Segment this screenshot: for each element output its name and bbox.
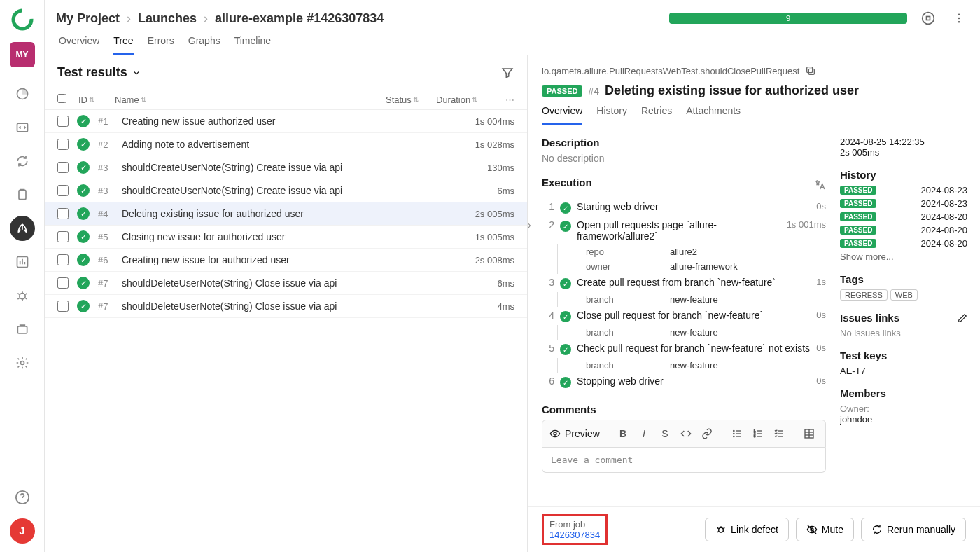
progress-bar[interactable]: 9 [669, 13, 907, 24]
col-name[interactable]: Name⇅ [115, 95, 377, 105]
param-value: allure2 [670, 247, 697, 257]
tag-chip[interactable]: REGRESS [840, 289, 888, 301]
step-row[interactable]: 6 ✓ Stopping web driver 0s [542, 373, 826, 391]
dashboard-icon[interactable] [10, 81, 35, 106]
step-text: Close pull request for branch `new-featu… [577, 310, 811, 321]
test-row[interactable]: ✓ #2 Adding note to advertisement 1s 028… [45, 133, 527, 156]
history-row[interactable]: PASSED2024-08-20 [840, 225, 967, 235]
history-row[interactable]: PASSED2024-08-23 [840, 198, 967, 209]
status-badge: PASSED [840, 226, 876, 235]
col-status[interactable]: Status⇅ [386, 95, 428, 105]
filter-icon[interactable] [500, 66, 514, 80]
tab-tree[interactable]: Tree [113, 35, 133, 55]
row-checkbox[interactable] [57, 139, 69, 150]
clipboard-icon[interactable] [10, 182, 35, 207]
app-logo[interactable] [11, 8, 34, 31]
link-defect-button[interactable]: Link defect [705, 518, 789, 541]
breadcrumb-section[interactable]: Launches [138, 11, 197, 26]
comment-toolbar: Preview B I S 123 [542, 420, 826, 448]
row-checkbox[interactable] [57, 162, 69, 173]
code-icon[interactable] [677, 425, 695, 443]
history-date: 2024-08-20 [921, 225, 968, 235]
link-icon[interactable] [698, 425, 716, 443]
row-checkbox[interactable] [57, 277, 69, 289]
row-checkbox[interactable] [57, 231, 69, 242]
mute-button[interactable]: Mute [796, 518, 854, 541]
code-icon[interactable] [10, 115, 35, 140]
test-row[interactable]: ✓ #3 shouldCreateUserNote(String) Create… [45, 179, 527, 202]
test-row[interactable]: ✓ #3 shouldCreateUserNote(String) Create… [45, 156, 527, 179]
strike-icon[interactable]: S [656, 425, 674, 443]
step-row[interactable]: 1 ✓ Starting web driver 0s [542, 198, 826, 216]
detail-tab-history[interactable]: History [596, 105, 627, 125]
tab-timeline[interactable]: Timeline [234, 35, 271, 55]
step-row[interactable]: 5 ✓ Check pull request for branch `new-f… [542, 340, 826, 358]
breadcrumb-project[interactable]: My Project [56, 11, 120, 26]
row-checkbox[interactable] [57, 208, 69, 219]
checklist-icon[interactable] [770, 425, 788, 443]
row-checkbox[interactable] [57, 254, 69, 265]
user-avatar[interactable]: J [10, 518, 35, 544]
testkey: AE-T7 [840, 366, 967, 376]
row-checkbox[interactable] [57, 185, 69, 196]
ul-icon[interactable] [728, 425, 746, 443]
bold-icon[interactable]: B [614, 425, 632, 443]
tag-chip[interactable]: WEB [890, 289, 918, 301]
help-icon[interactable] [10, 485, 35, 510]
param-name: branch [586, 327, 670, 338]
detail-tab-attachments[interactable]: Attachments [686, 105, 741, 125]
preview-button[interactable]: Preview [550, 428, 600, 439]
tab-graphs[interactable]: Graphs [188, 35, 220, 55]
bug-icon[interactable] [10, 283, 35, 308]
ol-icon[interactable]: 123 [749, 425, 767, 443]
test-row[interactable]: ✓ #4 Deleting existing issue for authori… [45, 202, 527, 226]
col-id[interactable]: ID⇅ [78, 95, 106, 105]
rerun-button[interactable]: Rerun manually [861, 518, 966, 541]
test-name: Adding note to advertisement [122, 139, 457, 150]
edit-icon[interactable] [958, 313, 967, 323]
more-horizontal-icon[interactable]: ⋯ [500, 95, 514, 105]
test-row[interactable]: ✓ #7 shouldDeleteUserNote(String) Close … [45, 295, 527, 318]
translate-icon[interactable] [813, 179, 826, 191]
row-checkbox[interactable] [57, 116, 69, 127]
test-row[interactable]: ✓ #7 shouldDeleteUserNote(String) Close … [45, 272, 527, 295]
project-badge[interactable]: MY [10, 42, 35, 67]
step-duration: 1s 001ms [787, 219, 826, 230]
tab-errors[interactable]: Errors [148, 35, 174, 55]
settings-icon[interactable] [10, 350, 35, 375]
step-row[interactable]: 3 ✓ Create pull request from branch `new… [542, 274, 826, 292]
sync-icon[interactable] [10, 149, 35, 174]
select-all-checkbox[interactable] [57, 94, 66, 103]
table-icon[interactable] [800, 425, 818, 443]
env-icon[interactable] [10, 317, 35, 342]
step-row[interactable]: 4 ✓ Close pull request for branch `new-f… [542, 307, 826, 325]
detail-tab-overview[interactable]: Overview [542, 105, 582, 125]
history-row[interactable]: PASSED2024-08-20 [840, 238, 967, 249]
test-path: io.qameta.allure.PullRequestsWebTest.sho… [542, 66, 799, 76]
show-more-link[interactable]: Show more... [840, 251, 967, 262]
test-row[interactable]: ✓ #6 Creating new issue for authorized u… [45, 249, 527, 272]
more-vertical-icon[interactable] [949, 8, 969, 28]
col-duration[interactable]: Duration⇅ [436, 95, 492, 105]
detail-tab-retries[interactable]: Retries [641, 105, 672, 125]
test-results-heading[interactable]: Test results [57, 65, 141, 80]
chevron-right-icon[interactable]: › [528, 219, 538, 230]
row-checkbox[interactable] [57, 301, 69, 312]
copy-icon[interactable] [805, 65, 816, 76]
test-row[interactable]: ✓ #5 Closing new issue for authorized us… [45, 226, 527, 249]
history-row[interactable]: PASSED2024-08-20 [840, 212, 967, 222]
test-row[interactable]: ✓ #1 Creating new issue authorized user … [45, 110, 527, 133]
param-name: branch [586, 360, 670, 371]
status-badge: PASSED [840, 212, 876, 221]
italic-icon[interactable]: I [635, 425, 653, 443]
history-row[interactable]: PASSED2024-08-23 [840, 185, 967, 195]
stop-icon[interactable] [918, 8, 938, 28]
stats-icon[interactable] [10, 249, 35, 275]
test-id: #7 [98, 301, 113, 312]
comment-input[interactable]: Leave a comment [542, 448, 826, 473]
tab-overview[interactable]: Overview [59, 35, 99, 55]
step-row[interactable]: › 2 ✓ Open pull requests page `allure-fr… [542, 216, 826, 244]
from-job-id[interactable]: 1426307834 [550, 530, 600, 540]
svg-point-20 [734, 430, 734, 431]
rocket-icon[interactable] [10, 216, 35, 241]
